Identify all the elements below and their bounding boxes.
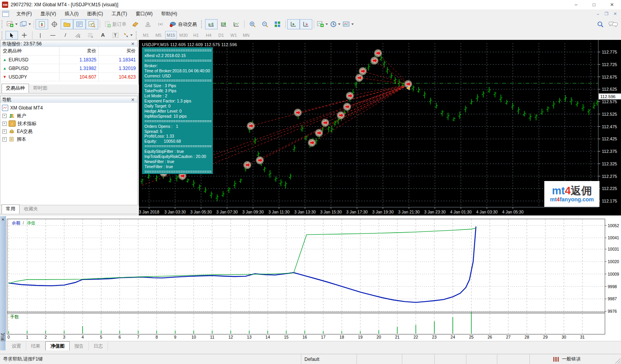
menu-charts[interactable]: 图表(C) bbox=[83, 9, 108, 18]
autotrade-button[interactable]: 自动交易 bbox=[167, 19, 200, 29]
menu-tools[interactable]: 工具(T) bbox=[107, 9, 131, 18]
svg-text:8: 8 bbox=[155, 335, 158, 339]
market-watch-table: 交易品种 卖价 买价 ▲EURUSD 1.18325 1.18341 ▲GBPU… bbox=[0, 47, 139, 85]
text-button[interactable]: A bbox=[97, 31, 109, 39]
minimize-button[interactable]: – bbox=[567, 0, 585, 9]
tree-item-accounts[interactable]: + 账户 bbox=[2, 112, 137, 120]
equity-chart[interactable]: 1005210041100311002010009999899879976012… bbox=[0, 216, 621, 341]
tab-tick-chart[interactable]: 即时图 bbox=[29, 84, 52, 93]
trendline-button[interactable]: / bbox=[59, 31, 72, 39]
tab-equity-graph[interactable]: 净值图 bbox=[45, 341, 70, 351]
cursor-button[interactable] bbox=[5, 31, 18, 39]
profiles-button[interactable] bbox=[19, 19, 32, 29]
column-header-bid[interactable]: 卖价 bbox=[59, 47, 99, 55]
tree-root[interactable]: XM Global MT4 bbox=[2, 104, 137, 112]
auto-scroll-button[interactable] bbox=[287, 19, 300, 29]
expand-icon[interactable]: + bbox=[2, 114, 7, 118]
close-button[interactable]: ✕ bbox=[603, 0, 621, 9]
toolbar-grip[interactable] bbox=[201, 20, 204, 28]
timeframe-h1[interactable]: H1 bbox=[190, 31, 202, 39]
community-button[interactable] bbox=[142, 19, 154, 29]
new-chart-button[interactable] bbox=[5, 19, 19, 29]
channel-button[interactable]: E bbox=[72, 31, 84, 39]
search-icon[interactable] bbox=[597, 21, 604, 27]
navigator-button[interactable] bbox=[61, 19, 73, 29]
new-order-button[interactable]: 新订单 bbox=[102, 19, 129, 29]
horizontal-line-button[interactable]: — bbox=[47, 31, 59, 39]
timeframe-d1[interactable]: D1 bbox=[215, 31, 227, 39]
table-row[interactable]: ▲GBPUSD 1.31982 1.32019 bbox=[0, 64, 138, 73]
toolbar-grip[interactable] bbox=[136, 31, 139, 39]
svg-text:3 Jan 09:30: 3 Jan 09:30 bbox=[242, 210, 264, 214]
tile-windows-button[interactable] bbox=[271, 19, 284, 29]
timeframe-w1[interactable]: W1 bbox=[228, 31, 239, 39]
column-header-symbol[interactable]: 交易品种 bbox=[0, 47, 59, 55]
arrows-button[interactable] bbox=[122, 31, 134, 39]
mdi-minimize-button[interactable]: – bbox=[594, 11, 602, 18]
status-profile[interactable]: Default bbox=[301, 354, 357, 364]
menu-view[interactable]: 显示(V) bbox=[36, 9, 60, 18]
data-window-button[interactable] bbox=[48, 19, 61, 29]
table-row[interactable]: ▼USDJPY 104.607 104.623 bbox=[0, 73, 138, 81]
tester-close-icon[interactable]: ✕ bbox=[1, 217, 5, 222]
toolbar-grip[interactable] bbox=[2, 20, 4, 28]
tab-settings[interactable]: 设置 bbox=[7, 342, 26, 351]
news-button[interactable] bbox=[154, 19, 167, 29]
timeframe-h4[interactable]: H4 bbox=[203, 31, 214, 39]
chart-shift-button[interactable] bbox=[300, 19, 312, 29]
bar-chart-button[interactable] bbox=[205, 19, 218, 29]
tree-item-scripts[interactable]: + 脚本 bbox=[2, 135, 137, 143]
tab-favorites[interactable]: 收藏夹 bbox=[20, 204, 42, 214]
market-watch-button[interactable] bbox=[36, 19, 48, 29]
autotrade-label: 自动交易 bbox=[178, 21, 197, 28]
tree-item-experts[interactable]: + EA交易 bbox=[2, 127, 137, 135]
vertical-line-button[interactable]: | bbox=[34, 31, 47, 39]
timeframe-m1[interactable]: M1 bbox=[140, 31, 152, 39]
zoom-out-button[interactable] bbox=[259, 19, 271, 29]
expand-icon[interactable]: + bbox=[2, 129, 7, 134]
terminal-button[interactable] bbox=[73, 19, 86, 29]
menu-insert[interactable]: 插入(I) bbox=[60, 9, 83, 18]
text-label-button[interactable]: T bbox=[109, 31, 122, 39]
expand-icon[interactable]: + bbox=[2, 137, 7, 142]
fibonacci-button[interactable]: F bbox=[84, 31, 97, 39]
timeframe-m5[interactable]: M5 bbox=[153, 31, 164, 39]
chart-window[interactable]: 112.775112.725112.675112.625112.575112.5… bbox=[139, 40, 621, 215]
indicators-button[interactable] bbox=[316, 19, 329, 29]
crosshair-button[interactable] bbox=[18, 31, 31, 39]
timeframe-m15[interactable]: M15 bbox=[165, 31, 177, 39]
menu-help[interactable]: 帮助(H) bbox=[157, 9, 182, 18]
table-row[interactable]: ▲EURUSD 1.18325 1.18341 bbox=[0, 56, 138, 64]
expand-icon[interactable]: + bbox=[2, 122, 7, 126]
menu-file[interactable]: 文件(F) bbox=[12, 9, 36, 18]
strategy-tester-button[interactable] bbox=[86, 19, 98, 29]
mdi-close-button[interactable]: ✕ bbox=[611, 11, 619, 18]
svg-text:25: 25 bbox=[469, 335, 474, 339]
toolbar-grip[interactable] bbox=[2, 31, 4, 39]
tab-results[interactable]: 结果 bbox=[26, 342, 45, 351]
tab-report[interactable]: 报告 bbox=[70, 342, 89, 351]
maximize-button[interactable]: □ bbox=[585, 0, 603, 9]
metaeditor-button[interactable] bbox=[129, 19, 142, 29]
menu-window[interactable]: 窗口(W) bbox=[131, 9, 157, 18]
tab-symbols[interactable]: 交易品种 bbox=[2, 84, 29, 93]
periods-button[interactable] bbox=[329, 19, 342, 29]
mdi-restore-button[interactable]: ❐ bbox=[602, 11, 611, 18]
zoom-in-button[interactable] bbox=[246, 19, 259, 29]
timeframe-mn[interactable]: MN bbox=[240, 31, 252, 39]
chat-icon[interactable] bbox=[608, 21, 618, 27]
column-header-ask[interactable]: 买价 bbox=[99, 47, 138, 55]
tree-item-indicators[interactable]: + f 技术指标 bbox=[2, 120, 137, 127]
candlestick-chart-button[interactable] bbox=[218, 19, 230, 29]
templates-button[interactable] bbox=[342, 19, 355, 29]
timeframe-m30[interactable]: M30 bbox=[178, 31, 189, 39]
tab-journal[interactable]: 日志 bbox=[89, 342, 108, 351]
line-chart-button[interactable] bbox=[230, 19, 243, 29]
market-watch-header[interactable]: 市场报价: 23:57:56 ✕ bbox=[0, 40, 138, 48]
navigator-close-icon[interactable]: ✕ bbox=[130, 97, 136, 102]
tab-common[interactable]: 常用 bbox=[2, 204, 20, 214]
navigator-header[interactable]: 导航 ✕ bbox=[0, 96, 138, 104]
resize-grip[interactable] bbox=[614, 357, 621, 364]
market-watch-close-icon[interactable]: ✕ bbox=[130, 41, 136, 47]
svg-text:112.525: 112.525 bbox=[602, 112, 617, 117]
